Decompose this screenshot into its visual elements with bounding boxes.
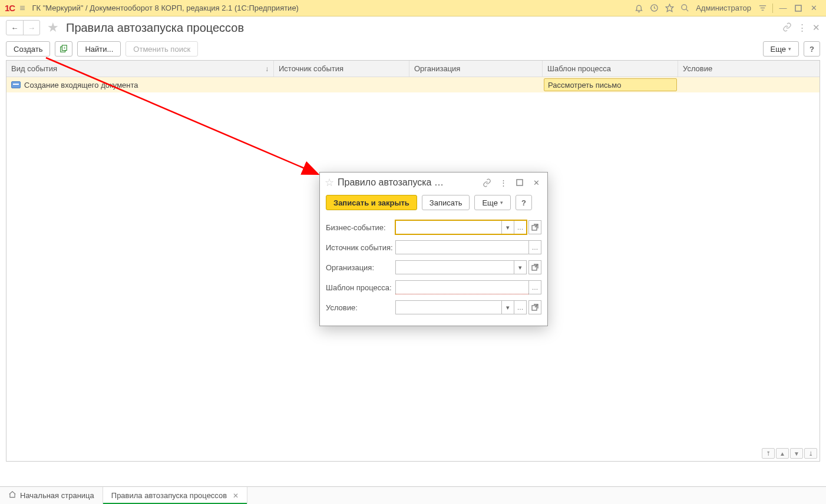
find-button[interactable]: Найти... <box>77 41 121 57</box>
input-business-event[interactable] <box>395 220 501 234</box>
bottom-tab-bar: Начальная страница Правила автозапуска п… <box>0 486 826 504</box>
open-condition-icon[interactable] <box>528 300 541 314</box>
dialog-kebab-icon[interactable]: ⋮ <box>497 176 510 189</box>
dialog-body: Бизнес-событие: ▾ … Источник события: … <box>320 215 547 326</box>
label-organization: Организация: <box>326 263 395 272</box>
table-header: Вид события Источник события Организация… <box>6 61 820 77</box>
more-button[interactable]: Еще <box>763 41 799 57</box>
cancel-search-button: Отменить поиск <box>125 41 198 57</box>
input-condition[interactable] <box>395 300 501 314</box>
select-business-event-icon[interactable]: … <box>514 220 527 234</box>
label-process-template: Шаблон процесса: <box>326 283 395 292</box>
select-condition-icon[interactable]: … <box>514 300 527 314</box>
row-card-icon <box>11 81 21 88</box>
scroll-up-icon[interactable]: ▲ <box>776 448 789 459</box>
svg-text:+: + <box>64 46 66 50</box>
scroll-bottom-icon[interactable]: ⤓ <box>804 448 817 459</box>
link-icon[interactable] <box>782 22 792 34</box>
dialog-title: Правило автозапуска … <box>338 177 444 188</box>
create-button[interactable]: Создать <box>6 41 50 57</box>
svg-line-3 <box>686 9 688 11</box>
settings-lines-icon[interactable] <box>756 2 769 15</box>
col-organization[interactable]: Организация <box>409 61 543 77</box>
table-scroll-controls: ⤒ ▲ ▼ ⤓ <box>762 448 817 459</box>
dialog-titlebar: ☆ Правило автозапуска … ⋮ ✕ <box>320 173 547 193</box>
input-event-source[interactable] <box>395 240 528 254</box>
page-header: ← → ★ Правила автозапуска процессов ⋮ ✕ <box>6 20 820 35</box>
copy-create-button[interactable]: + <box>55 41 72 57</box>
user-label[interactable]: Администратор <box>696 4 751 12</box>
nav-forward-button[interactable]: → <box>23 21 39 35</box>
cell-event-type-text: Создание входящего документа <box>24 81 138 89</box>
scroll-top-icon[interactable]: ⤒ <box>762 448 775 459</box>
titlebar: 1С ≡ ГК "Меркурий" / Документооборот 8 К… <box>0 0 826 16</box>
rule-dialog: ☆ Правило автозапуска … ⋮ ✕ Записать и з… <box>319 172 548 326</box>
cell-event-type: Создание входящего документа <box>6 77 274 92</box>
dialog-close-icon[interactable]: ✕ <box>530 176 543 189</box>
home-icon <box>8 490 16 500</box>
save-button[interactable]: Записать <box>422 195 470 210</box>
dialog-link-icon[interactable] <box>480 176 493 189</box>
cell-event-source <box>274 77 409 92</box>
dialog-toolbar: Записать и закрыть Записать Еще ? <box>320 193 547 215</box>
open-organization-icon[interactable] <box>528 260 541 274</box>
favorite-page-icon[interactable]: ★ <box>47 20 59 35</box>
svg-rect-7 <box>795 5 801 11</box>
page-title: Правила автозапуска процессов <box>66 21 244 35</box>
help-button[interactable]: ? <box>804 41 820 57</box>
cell-organization <box>409 77 543 92</box>
bell-icon[interactable] <box>632 2 645 15</box>
dropdown-condition-icon[interactable]: ▾ <box>501 300 514 314</box>
nav-back-button[interactable]: ← <box>6 21 23 35</box>
scroll-down-icon[interactable]: ▼ <box>790 448 803 459</box>
col-condition[interactable]: Условие <box>678 61 820 77</box>
select-process-template-icon[interactable]: … <box>528 280 541 294</box>
cell-condition <box>678 77 820 92</box>
dialog-maximize-icon[interactable] <box>513 176 526 189</box>
svg-rect-11 <box>517 180 523 185</box>
col-event-source[interactable]: Источник события <box>274 61 409 77</box>
history-icon[interactable] <box>647 2 660 15</box>
dialog-help-button[interactable]: ? <box>516 195 532 210</box>
label-event-source: Источник события: <box>326 243 395 252</box>
maximize-icon[interactable] <box>792 2 805 15</box>
svg-point-2 <box>682 5 687 10</box>
tab-close-icon[interactable]: ✕ <box>233 492 239 500</box>
list-toolbar: Создать + Найти... Отменить поиск Еще ? <box>0 38 826 60</box>
tab-home[interactable]: Начальная страница <box>0 487 103 504</box>
close-window-icon[interactable]: ✕ <box>807 2 820 15</box>
open-business-event-icon[interactable] <box>528 220 541 234</box>
svg-marker-1 <box>666 4 673 12</box>
close-page-icon[interactable]: ✕ <box>812 22 820 33</box>
tab-home-label: Начальная страница <box>20 491 94 500</box>
table-row[interactable]: Создание входящего документа Рассмотреть… <box>6 77 820 92</box>
star-icon[interactable] <box>663 2 676 15</box>
label-business-event: Бизнес-событие: <box>326 223 395 232</box>
dropdown-organization-icon[interactable]: ▾ <box>514 260 527 274</box>
select-event-source-icon[interactable]: … <box>528 240 541 254</box>
input-organization[interactable] <box>395 260 514 274</box>
dialog-star-icon[interactable]: ☆ <box>325 176 334 189</box>
label-condition: Условие: <box>326 303 395 312</box>
tab-current-label: Правила автозапуска процессов <box>111 491 227 500</box>
tab-current[interactable]: Правила автозапуска процессов ✕ <box>103 487 247 504</box>
col-process-template[interactable]: Шаблон процесса <box>543 61 678 77</box>
main-menu-icon[interactable]: ≡ <box>19 3 25 14</box>
input-process-template[interactable] <box>395 280 528 294</box>
dialog-more-button[interactable]: Еще <box>474 195 510 210</box>
logo-1c: 1С <box>5 3 15 13</box>
col-event-type[interactable]: Вид события <box>6 61 274 77</box>
cell-process-template: Рассмотреть письмо <box>543 77 678 92</box>
dropdown-business-event-icon[interactable]: ▾ <box>501 220 514 234</box>
search-icon[interactable] <box>678 2 691 15</box>
save-and-close-button[interactable]: Записать и закрыть <box>326 195 417 210</box>
nav-history-box: ← → <box>6 20 40 35</box>
minimize-icon[interactable]: — <box>777 2 789 15</box>
window-title: ГК "Меркурий" / Документооборот 8 КОРП, … <box>32 4 299 12</box>
kebab-icon[interactable]: ⋮ <box>798 22 807 33</box>
